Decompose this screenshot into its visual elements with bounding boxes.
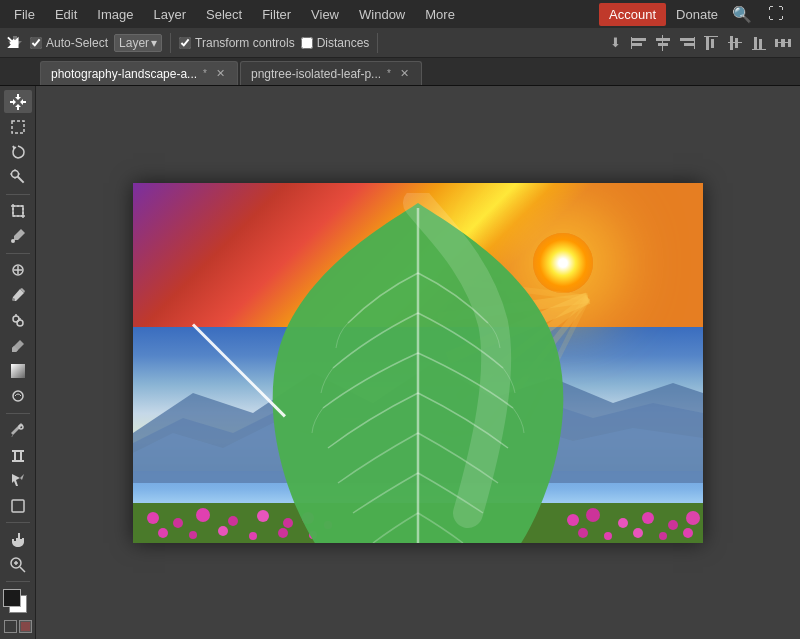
menu-more[interactable]: More xyxy=(415,3,465,26)
distances-checkbox[interactable] xyxy=(301,37,313,49)
lasso-tool[interactable] xyxy=(4,140,32,163)
eyedropper-tool[interactable] xyxy=(4,225,32,248)
menu-image[interactable]: Image xyxy=(87,3,143,26)
tab-landscape[interactable]: photography-landscape-a... * ✕ xyxy=(40,61,238,85)
distances-group: Distances xyxy=(301,36,370,50)
svg-rect-2 xyxy=(631,37,632,49)
tab-leaf[interactable]: pngtree-isolated-leaf-p... * ✕ xyxy=(240,61,422,85)
svg-rect-42 xyxy=(12,500,24,512)
pen-tool[interactable] xyxy=(4,419,32,442)
brush-tool[interactable] xyxy=(4,284,32,307)
transform-controls-group: Transform controls xyxy=(179,36,295,50)
magic-wand-tool[interactable] xyxy=(4,166,32,189)
align-center-icon[interactable] xyxy=(652,32,674,54)
quick-mask-mode[interactable] xyxy=(19,620,32,633)
tool-separator-1 xyxy=(6,194,30,195)
layer-dropdown[interactable]: Layer ▾ xyxy=(114,34,162,52)
standard-mode[interactable] xyxy=(4,620,17,633)
distances-label: Distances xyxy=(317,36,370,50)
foreground-color-swatch[interactable] xyxy=(3,589,21,607)
shape-tool[interactable] xyxy=(4,494,32,517)
menu-account[interactable]: Account xyxy=(599,3,666,26)
svg-point-30 xyxy=(11,239,15,243)
align-bottom-icon[interactable] xyxy=(748,32,770,54)
svg-line-44 xyxy=(20,567,25,572)
menu-donate[interactable]: Donate xyxy=(666,3,728,26)
hand-tool[interactable] xyxy=(4,528,32,551)
canvas-area[interactable] xyxy=(36,86,800,639)
move-tool[interactable] xyxy=(4,90,32,113)
svg-rect-8 xyxy=(694,37,695,49)
fullscreen-icon[interactable]: ⛶ xyxy=(764,3,788,26)
tool-separator-2 xyxy=(6,253,30,254)
main-area xyxy=(0,86,800,639)
align-middle-icon[interactable] xyxy=(724,32,746,54)
marquee-tool[interactable] xyxy=(4,115,32,138)
mode-buttons xyxy=(4,620,32,633)
leaf-svg xyxy=(248,193,588,543)
svg-rect-39 xyxy=(11,364,25,378)
svg-point-56 xyxy=(196,508,210,522)
svg-rect-10 xyxy=(711,39,714,48)
tab-leaf-modified: * xyxy=(387,68,391,79)
menu-bar: File Edit Image Layer Select Filter View… xyxy=(0,0,800,28)
menu-window[interactable]: Window xyxy=(349,3,415,26)
svg-rect-7 xyxy=(684,43,694,46)
eraser-tool[interactable] xyxy=(4,334,32,357)
color-swatches[interactable] xyxy=(3,589,33,614)
align-right-icon[interactable] xyxy=(676,32,698,54)
auto-select-checkbox[interactable] xyxy=(30,37,42,49)
svg-point-67 xyxy=(686,511,700,525)
document-tabs: photography-landscape-a... * ✕ pngtree-i… xyxy=(0,58,800,86)
tab-leaf-label: pngtree-isolated-leaf-p... xyxy=(251,67,381,81)
path-select-tool[interactable] xyxy=(4,469,32,492)
zoom-tool[interactable] xyxy=(4,553,32,576)
tool-separator-3 xyxy=(6,413,30,414)
svg-point-54 xyxy=(147,512,159,524)
crop-tool[interactable] xyxy=(4,200,32,223)
tab-leaf-close[interactable]: ✕ xyxy=(397,67,411,81)
clone-tool[interactable] xyxy=(4,309,32,332)
svg-rect-0 xyxy=(632,38,646,41)
svg-point-64 xyxy=(618,518,628,528)
tool-separator-5 xyxy=(6,581,30,582)
dodge-tool[interactable] xyxy=(4,385,32,408)
svg-rect-22 xyxy=(12,121,24,133)
menu-layer[interactable]: Layer xyxy=(144,3,197,26)
auto-select-label: Auto-Select xyxy=(46,36,108,50)
svg-rect-21 xyxy=(775,42,791,43)
auto-select-group: Auto-Select xyxy=(30,36,108,50)
distribute-h-icon[interactable] xyxy=(772,32,794,54)
menu-view[interactable]: View xyxy=(301,3,349,26)
download-icon[interactable]: ⬇ xyxy=(604,32,626,54)
svg-point-55 xyxy=(173,518,183,528)
svg-point-40 xyxy=(13,391,23,401)
tab-landscape-close[interactable]: ✕ xyxy=(213,67,227,81)
type-tool[interactable] xyxy=(4,444,32,467)
svg-point-77 xyxy=(659,532,667,540)
menu-edit[interactable]: Edit xyxy=(45,3,87,26)
document-canvas[interactable] xyxy=(133,183,703,543)
options-toolbar: Auto-Select Layer ▾ Transform controls D… xyxy=(0,28,800,58)
svg-rect-15 xyxy=(754,37,757,50)
svg-rect-6 xyxy=(680,38,694,41)
menu-filter[interactable]: Filter xyxy=(252,3,301,26)
move-cursor-icon xyxy=(6,34,24,52)
svg-rect-29 xyxy=(13,206,23,216)
menu-file[interactable]: File xyxy=(4,3,45,26)
svg-rect-11 xyxy=(704,36,718,37)
menu-select[interactable]: Select xyxy=(196,3,252,26)
svg-point-70 xyxy=(218,526,228,536)
svg-rect-9 xyxy=(706,37,709,50)
align-top-icon[interactable] xyxy=(700,32,722,54)
transform-controls-label: Transform controls xyxy=(195,36,295,50)
search-icon[interactable]: 🔍 xyxy=(728,3,756,26)
gradient-tool[interactable] xyxy=(4,359,32,382)
svg-rect-14 xyxy=(728,42,742,43)
tab-landscape-modified: * xyxy=(203,68,207,79)
transform-controls-checkbox[interactable] xyxy=(179,37,191,49)
toolbox xyxy=(0,86,36,639)
heal-tool[interactable] xyxy=(4,259,32,282)
align-left-icon[interactable] xyxy=(628,32,650,54)
svg-point-76 xyxy=(633,528,643,538)
